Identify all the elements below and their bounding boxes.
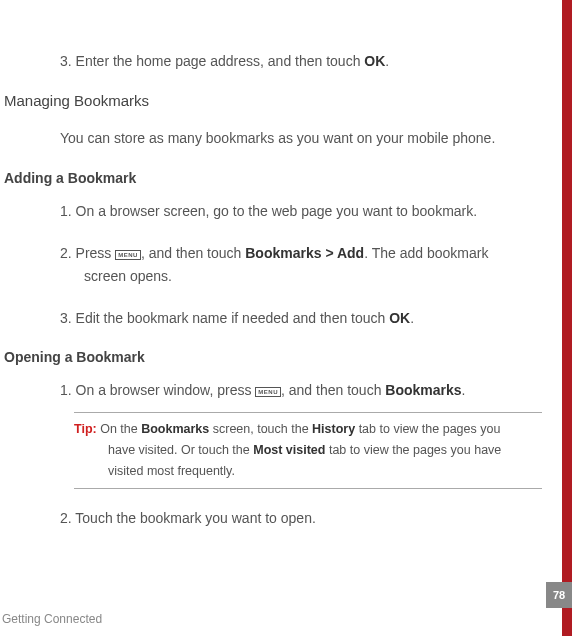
step-text: On a browser screen, go to the web page … [72,203,477,219]
heading-adding-bookmark: Adding a Bookmark [2,170,542,186]
menu-icon: MENU [255,387,281,397]
section1-body: You can store as many bookmarks as you w… [60,127,542,149]
step-text-mid: , and then touch [281,382,385,398]
tip-block: Tip: On the Bookmarks screen, touch the … [74,412,542,490]
step-number: 2. [60,510,72,526]
intro-step-3: 3. Enter the home page address, and then… [60,50,542,72]
step-text: Touch the bookmark you want to open. [72,510,316,526]
step-text-pre: Press [72,245,116,261]
step-text-pre: On a browser window, press [72,382,256,398]
footer-chapter: Getting Connected [2,612,572,626]
open-step-2: 2. Touch the bookmark you want to open. [60,507,542,529]
heading-opening-bookmark: Opening a Bookmark [2,349,542,365]
step-number: 3. [60,53,72,69]
step-number: 1. [60,382,72,398]
menu-icon: MENU [115,250,141,260]
open-step-1: 1. On a browser window, press MENU, and … [60,379,542,401]
step-text-pre: Edit the bookmark name if needed and the… [72,310,390,326]
step-text-post: . [462,382,466,398]
step-number: 3. [60,310,72,326]
step-text-mid: , and then touch [141,245,245,261]
bookmarks-label: Bookmarks [385,382,461,398]
step-text-post: . The add bookmark [364,245,488,261]
step-number: 1. [60,203,72,219]
tip-text: On the Bookmarks screen, touch the Histo… [100,422,500,436]
tip-text-line3: visited most frequently. [74,461,538,482]
ok-label: OK [389,310,410,326]
tip-label: Tip: [74,422,100,436]
add-step-3: 3. Edit the bookmark name if needed and … [60,307,542,329]
add-step-2: 2. Press MENU, and then touch Bookmarks … [60,242,542,287]
step-number: 2. [60,245,72,261]
bookmarks-add-label: Bookmarks > Add [245,245,364,261]
heading-managing-bookmarks: Managing Bookmarks [2,92,542,109]
add-step-1: 1. On a browser screen, go to the web pa… [60,200,542,222]
ok-label: OK [364,53,385,69]
tip-text-line2: have visited. Or touch the Most visited … [74,440,538,461]
step-text-post: . [385,53,389,69]
page-number: 78 [546,582,572,608]
step-text-cont: screen opens. [60,265,542,287]
step-text-post: . [410,310,414,326]
side-tab [562,0,572,636]
step-text: Enter the home page address, and then to… [72,53,365,69]
